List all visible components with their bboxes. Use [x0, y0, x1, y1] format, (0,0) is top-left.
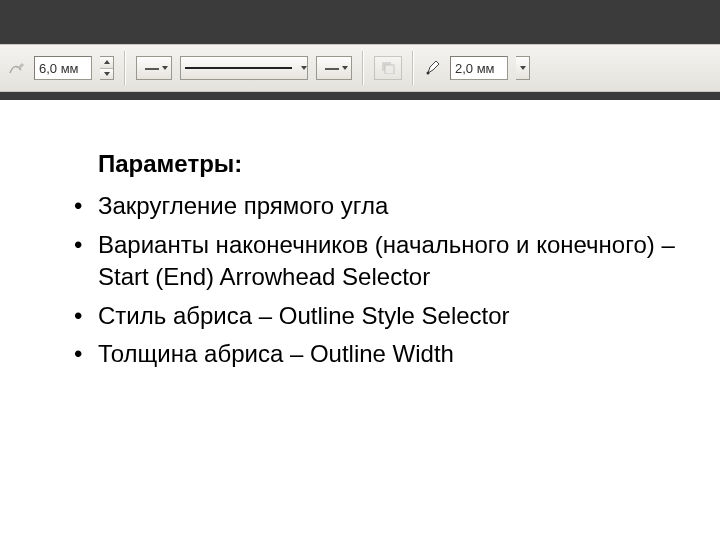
svg-rect-3	[385, 65, 394, 74]
parameters-heading: Параметры:	[98, 148, 680, 180]
property-bar: 6,0 мм	[0, 44, 720, 92]
freehand-smoothing-value: 6,0 мм	[39, 61, 79, 76]
list-item: Закругление прямого угла	[98, 190, 680, 222]
arrowhead-none-icon	[325, 61, 339, 76]
outline-width-value: 2,0 мм	[455, 61, 495, 76]
outline-width-input[interactable]: 2,0 мм	[450, 56, 508, 80]
end-arrowhead-selector[interactable]	[316, 56, 352, 80]
slide-body: Параметры: Закругление прямого угла Вари…	[0, 100, 720, 370]
chevron-down-icon	[301, 66, 307, 70]
chevron-down-icon	[520, 66, 526, 70]
separator	[124, 51, 126, 85]
arrowhead-none-icon	[145, 61, 159, 76]
outline-pen-icon	[424, 59, 442, 77]
toolbar-screenshot: 6,0 мм	[0, 0, 720, 100]
freehand-smoothing-spinner[interactable]	[100, 56, 114, 80]
outline-style-preview	[185, 67, 292, 69]
list-item: Варианты наконечников (начального и коне…	[98, 229, 680, 294]
chevron-down-icon	[162, 66, 168, 70]
outline-width-dropdown[interactable]	[516, 56, 530, 80]
start-arrowhead-selector[interactable]	[136, 56, 172, 80]
parameters-list: Закругление прямого угла Варианты наконе…	[72, 190, 680, 370]
spinner-up[interactable]	[100, 57, 113, 69]
spinner-down[interactable]	[100, 69, 113, 80]
list-item: Стиль абриса – Outline Style Selector	[98, 300, 680, 332]
list-item: Толщина абриса – Outline Width	[98, 338, 680, 370]
behind-fill-icon	[380, 60, 396, 77]
separator	[412, 51, 414, 85]
svg-point-4	[427, 72, 430, 75]
chevron-down-icon	[342, 66, 348, 70]
outline-style-selector[interactable]	[180, 56, 308, 80]
behind-fill-toggle[interactable]	[374, 56, 402, 80]
freehand-smoothing-input[interactable]: 6,0 мм	[34, 56, 92, 80]
separator	[362, 51, 364, 85]
freehand-tool-icon	[8, 59, 26, 77]
